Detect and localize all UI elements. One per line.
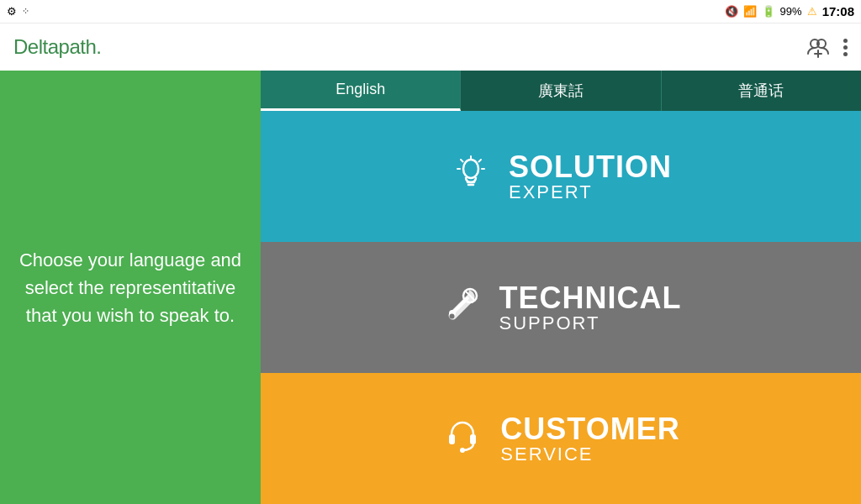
clock: 17:08: [822, 4, 854, 18]
technical-support-button[interactable]: TECHNICAL SUPPORT: [261, 242, 861, 373]
status-warning-icon: ⚠: [807, 5, 817, 18]
customer-service-button[interactable]: CUSTOMER SERVICE: [261, 373, 861, 504]
app-title: Deltapath.: [13, 35, 101, 58]
right-panel: English 廣東話 普通话: [261, 71, 861, 504]
technical-subtitle: SUPPORT: [499, 312, 682, 334]
add-people-icon: [806, 35, 830, 59]
headset-icon: [441, 416, 483, 462]
language-tabs: English 廣東話 普通话: [261, 71, 861, 111]
status-left-icons: ⚙ ⁘: [7, 5, 29, 18]
svg-point-16: [449, 313, 454, 318]
wrench-icon: [441, 285, 483, 331]
battery-icon: 🔋: [762, 5, 775, 18]
instruction-text: Choose your language and select the repr…: [17, 246, 244, 329]
svg-rect-17: [449, 434, 455, 444]
technical-title: TECHNICAL: [499, 281, 682, 316]
signal-dot-icon: ⁘: [22, 6, 29, 17]
left-panel: Choose your language and select the repr…: [0, 71, 261, 504]
svg-point-19: [460, 448, 465, 453]
svg-point-4: [463, 160, 478, 178]
app-bar: Deltapath.: [0, 24, 861, 71]
more-options-button[interactable]: [843, 39, 848, 56]
usb-icon: ⚙: [7, 5, 17, 18]
wifi-icon: 📶: [743, 5, 757, 18]
service-options: SOLUTION EXPERT: [261, 111, 861, 504]
tab-mandarin[interactable]: 普通话: [662, 71, 861, 111]
app-logo: Deltapath.: [13, 35, 101, 59]
svg-line-10: [461, 160, 463, 162]
mute-icon: 🔇: [725, 5, 738, 18]
solution-expert-button[interactable]: SOLUTION EXPERT: [261, 111, 861, 242]
tab-english[interactable]: English: [261, 71, 461, 111]
svg-rect-18: [470, 434, 476, 444]
svg-line-11: [479, 160, 482, 162]
main-content: Choose your language and select the repr…: [0, 71, 861, 504]
solution-subtitle: EXPERT: [509, 181, 672, 203]
app-bar-actions: [806, 35, 848, 59]
customer-title: CUSTOMER: [500, 412, 679, 447]
solution-title: SOLUTION: [509, 150, 672, 185]
lightbulb-icon: [450, 154, 492, 200]
status-right-icons: 🔇 📶 🔋 99% ⚠ 17:08: [725, 4, 854, 18]
status-bar: ⚙ ⁘ 🔇 📶 🔋 99% ⚠ 17:08: [0, 0, 861, 24]
customer-subtitle: SERVICE: [500, 444, 679, 465]
tab-cantonese[interactable]: 廣東話: [461, 71, 661, 111]
battery-percent: 99%: [780, 5, 802, 18]
add-people-button[interactable]: [806, 35, 830, 59]
